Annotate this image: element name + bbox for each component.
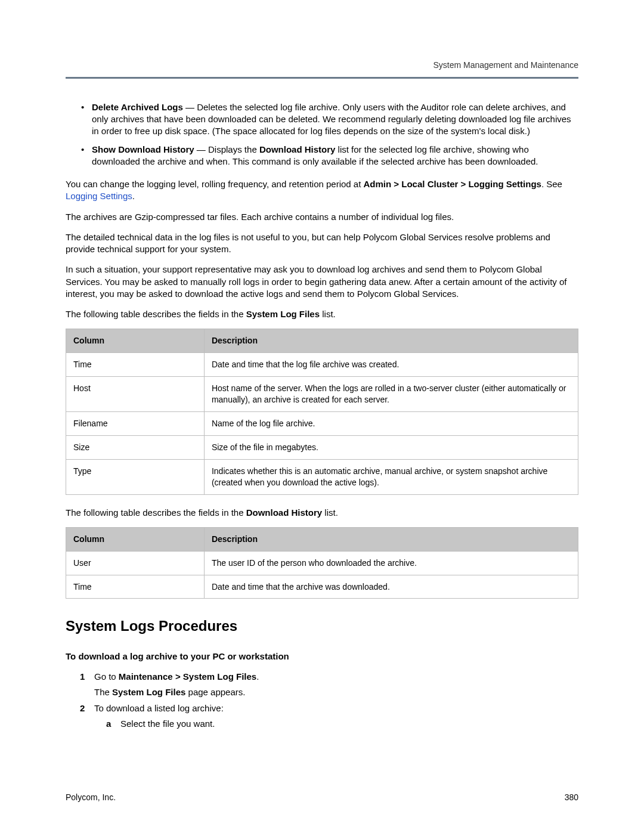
footer-page-number: 380	[565, 792, 578, 803]
bullet-show-download-history: Show Download History — Displays the Dow…	[92, 144, 578, 168]
paragraph-logging-settings: You can change the logging level, rollin…	[66, 178, 578, 203]
table-row: TimeDate and time that the log file arch…	[66, 353, 578, 377]
bullet-delete-archived-logs: Delete Archived Logs — Deletes the selec…	[92, 101, 578, 138]
page-header: System Management and Maintenance	[66, 60, 578, 79]
system-log-files-table: Column Description TimeDate and time tha…	[66, 329, 578, 494]
bullet-text: — Displays the	[194, 144, 259, 154]
substep-letter: a	[106, 718, 111, 730]
action-bullet-list: Delete Archived Logs — Deletes the selec…	[66, 101, 578, 168]
header-section-title: System Management and Maintenance	[433, 60, 578, 70]
page-footer: Polycom, Inc. 380	[66, 792, 578, 803]
table-header-column: Column	[66, 329, 205, 353]
table-row: SizeSize of the file in megabytes.	[66, 435, 578, 459]
table-row: TypeIndicates whether this is an automat…	[66, 459, 578, 494]
table-header-description: Description	[204, 329, 578, 353]
download-history-table: Column Description UserThe user ID of th…	[66, 527, 578, 599]
table-row: FilenameName of the log file archive.	[66, 411, 578, 435]
nav-path: Maintenance > System Log Files	[119, 671, 256, 682]
document-page: System Management and Maintenance Delete…	[0, 0, 644, 833]
substep-a: a Select the file you want.	[110, 718, 578, 730]
paragraph-support: In such a situation, your support repres…	[66, 264, 578, 300]
table-row: HostHost name of the server. When the lo…	[66, 377, 578, 412]
procedure-steps: 1 Go to Maintenance > System Log Files. …	[66, 671, 578, 730]
paragraph-archives: The archives are Gzip-compressed tar fil…	[66, 211, 578, 223]
table-row: UserThe user ID of the person who downlo…	[66, 551, 578, 575]
step-2: 2 To download a listed log archive: a Se…	[83, 702, 578, 730]
section-heading-system-logs-procedures: System Logs Procedures	[66, 617, 578, 636]
bullet-term: Show Download History	[92, 144, 194, 154]
bullet-term: Delete Archived Logs	[92, 102, 183, 112]
table-row: TimeDate and time that the archive was d…	[66, 575, 578, 599]
nav-path: Admin > Local Cluster > Logging Settings	[364, 179, 541, 189]
footer-company: Polycom, Inc.	[66, 792, 116, 803]
procedure-subheading: To download a log archive to your PC or …	[66, 651, 578, 662]
substeps: a Select the file you want.	[94, 718, 578, 730]
paragraph-technical: The detailed technical data in the log f…	[66, 231, 578, 256]
table-header-description: Description	[204, 527, 578, 551]
table1-intro: The following table describes the fields…	[66, 308, 578, 320]
step-number: 1	[80, 671, 85, 683]
table2-intro: The following table describes the fields…	[66, 507, 578, 519]
bullet-inline-bold: Download History	[259, 144, 336, 154]
step-1: 1 Go to Maintenance > System Log Files. …	[83, 671, 578, 699]
step-number: 2	[80, 702, 85, 714]
table-header-column: Column	[66, 527, 205, 551]
logging-settings-link[interactable]: Logging Settings	[66, 191, 132, 201]
